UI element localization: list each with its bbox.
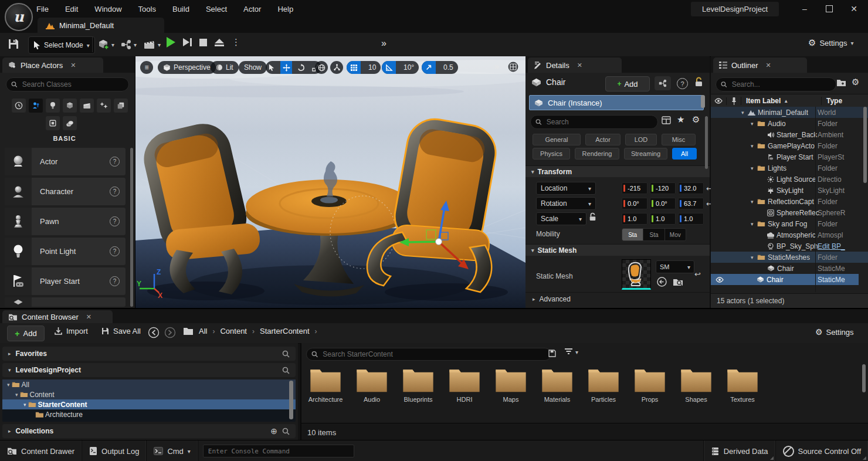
outliner-row[interactable]: ▾ReflectionCaptFolder (711, 196, 868, 207)
cb-save-all-button[interactable]: Save All (101, 327, 141, 335)
frame-skip-button[interactable] (183, 38, 192, 46)
search-icon[interactable] (282, 350, 290, 358)
new-folder-icon[interactable] (836, 79, 846, 87)
outliner-search-input[interactable] (731, 80, 831, 89)
breadcrumb-all[interactable]: All (199, 327, 207, 335)
collections-section[interactable]: ▸ Collections ⊕ (2, 424, 296, 438)
unreal-logo[interactable]: u (5, 3, 33, 31)
rotation-snap-toggle[interactable] (382, 61, 396, 74)
use-selected-icon[interactable] (657, 277, 667, 287)
chip-general[interactable]: General (533, 134, 581, 145)
scale-lock-icon[interactable] (589, 212, 596, 222)
cb-settings-dropdown[interactable]: ⚙ Settings (815, 327, 854, 337)
rotation-dropdown[interactable]: Rotation▾ (536, 197, 596, 210)
scale-x-field[interactable]: 1.0 (622, 213, 647, 225)
outliner-row[interactable]: AtmosphericAtmospl (711, 229, 868, 240)
source-control-button[interactable]: Source Control Off (776, 440, 868, 461)
asset-search-input[interactable] (321, 350, 546, 359)
minimize-button[interactable]: – (793, 0, 816, 18)
outliner-row[interactable]: ▾GamePlayActoFolder (711, 140, 868, 151)
folder-tile[interactable]: Audio (351, 367, 392, 403)
mobility-movable-option[interactable]: Mov (664, 229, 686, 240)
menu-actor[interactable]: Actor (243, 5, 261, 13)
grid-snap-toggle[interactable] (347, 61, 361, 74)
viewport-toolbar-overflow[interactable]: » (494, 62, 499, 71)
select-tool-button[interactable] (266, 61, 277, 74)
revert-icon[interactable]: ↩ (694, 270, 701, 279)
assets-scrollbar[interactable] (862, 364, 866, 392)
item-label-column-header[interactable]: Item Label ▲ (741, 97, 821, 105)
chip-lod[interactable]: LOD (625, 134, 657, 145)
chip-all[interactable]: All (672, 148, 697, 160)
outliner-row[interactable]: SphereReflecSphereR (711, 207, 868, 218)
location-z-field[interactable]: 32.0 (678, 182, 704, 194)
mobility-stationary-option[interactable]: Sta (643, 229, 664, 240)
cb-add-button[interactable]: + Add (7, 326, 45, 341)
outliner-row[interactable]: SkyLightSkyLight (711, 185, 868, 196)
world-space-button[interactable] (315, 61, 328, 74)
folder-tile[interactable]: Architecture (305, 367, 346, 403)
rotate-tool-button[interactable] (295, 61, 307, 74)
shapes-category-button[interactable] (63, 99, 77, 113)
add-collection-icon[interactable]: ⊕ (270, 426, 277, 436)
grid-snap-value[interactable]: 10 (364, 63, 381, 72)
outliner-row[interactable]: ▾LightsFolder (711, 162, 868, 174)
rotation-z-field[interactable]: 63.7 (678, 198, 704, 209)
details-search[interactable] (530, 115, 658, 129)
surface-snapping-button[interactable] (330, 61, 343, 74)
search-classes-input[interactable] (21, 80, 124, 89)
scale-snap-toggle[interactable] (422, 61, 436, 74)
recent-category-button[interactable] (12, 99, 26, 113)
close-icon[interactable]: ✕ (86, 313, 91, 321)
folder-tile[interactable]: Materials (537, 367, 578, 403)
cb-forward-button[interactable] (164, 327, 176, 338)
tree-item-content[interactable]: ▾ Content (2, 389, 296, 399)
lit-dropdown[interactable]: Lit (211, 61, 239, 74)
scale-z-field[interactable]: 1.0 (678, 213, 704, 225)
outliner-row[interactable]: ▾AudioFolder (711, 118, 868, 129)
place-actor-item-partial[interactable] (5, 297, 126, 307)
add-component-button[interactable]: + Add (605, 76, 650, 91)
details-search-input[interactable] (545, 117, 653, 127)
maximize-viewport-button[interactable] (508, 62, 518, 72)
viewport[interactable]: Z Y X ≡ Perspective Lit Show 10 (135, 56, 526, 308)
cinematic-category-button[interactable] (80, 99, 94, 113)
scale-dropdown[interactable]: Scale▾ (536, 212, 586, 225)
folder-tile[interactable]: Blueprints (398, 367, 439, 403)
quick-add-actor-button[interactable]: ▾ (96, 36, 117, 53)
scale-snap-value[interactable]: 0.5 (439, 63, 458, 72)
tab-place-actors[interactable]: Place Actors ✕ (2, 57, 103, 73)
outliner-scrollbar[interactable] (863, 107, 867, 183)
menu-build[interactable]: Build (172, 5, 189, 13)
tab-details[interactable]: Details ✕ (528, 57, 622, 73)
play-options-kebab[interactable]: ⋮ (232, 37, 240, 48)
transform-section-header[interactable]: ▾ Transform (525, 165, 710, 177)
location-dropdown[interactable]: Location▾ (536, 182, 596, 195)
chip-rendering[interactable]: Rendering (575, 148, 619, 160)
outliner-row[interactable]: Starter_BackAmbient (711, 129, 868, 140)
folder-tile[interactable]: Particles (583, 367, 624, 403)
help-icon[interactable]: ? (110, 187, 120, 196)
outliner-row[interactable]: Player StartPlayerSt (711, 151, 868, 162)
tree-item-architecture[interactable]: Architecture (2, 409, 296, 419)
viewport-options-button[interactable]: ≡ (140, 61, 153, 74)
details-settings-gear-icon[interactable]: ⚙ (692, 114, 700, 125)
outliner-row[interactable]: BP_Sky_SphEdit BP_ (711, 240, 868, 252)
search-icon[interactable] (282, 367, 290, 374)
help-icon[interactable]: ? (110, 276, 120, 286)
outliner-row[interactable]: ChairStaticMe (711, 263, 868, 274)
all-classes-category-button[interactable] (63, 116, 77, 130)
pin-column-header[interactable] (726, 97, 741, 105)
advanced-section-header[interactable]: ▸ Advanced (525, 292, 710, 305)
geometry-category-button[interactable] (114, 99, 128, 113)
cinematics-button[interactable]: ▾ (141, 36, 163, 53)
folder-tile[interactable]: Shapes (676, 367, 717, 403)
static-mesh-thumbnail[interactable] (622, 259, 651, 290)
eye-icon[interactable] (716, 277, 721, 283)
basic-category-button[interactable] (29, 99, 43, 113)
save-button[interactable] (7, 38, 20, 50)
outliner-search[interactable] (716, 77, 836, 91)
filter-dropdown[interactable]: ▾ (564, 348, 578, 356)
tree-item-startercontent-selected[interactable]: ▾ StarterContent (2, 399, 296, 409)
help-icon[interactable]: ? (677, 78, 688, 89)
